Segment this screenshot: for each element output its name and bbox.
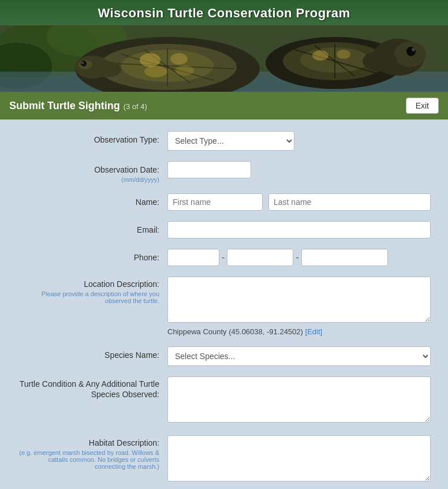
habitat-label-col: Habitat Description: (e.g. emergent mars… bbox=[17, 435, 167, 470]
phone-fields: - - bbox=[167, 249, 431, 266]
firstname-input[interactable] bbox=[167, 193, 263, 211]
svg-point-28 bbox=[312, 50, 328, 61]
svg-point-33 bbox=[412, 48, 415, 51]
location-label-col: Location Description: Please provide a d… bbox=[17, 277, 167, 304]
location-row: Location Description: Please provide a d… bbox=[17, 277, 431, 336]
habitat-field-col bbox=[167, 435, 431, 484]
svg-point-34 bbox=[363, 51, 397, 72]
observation-type-field-col: Select Type... Visual Sighting Road Mort… bbox=[167, 131, 431, 151]
habitat-label: Habitat Description: bbox=[89, 438, 159, 447]
subheader-title: Submit Turtle Sighting bbox=[9, 100, 120, 112]
location-info: Chippewa County (45.06038, -91.24502) [E… bbox=[167, 327, 431, 336]
observation-type-row: Observation Type: Select Type... Visual … bbox=[17, 131, 431, 151]
location-label-sub: Please provide a description of where yo… bbox=[17, 290, 159, 304]
condition-textarea[interactable] bbox=[167, 376, 431, 423]
habitat-label-sub: (e.g. emergent marsh bisected by road. W… bbox=[17, 449, 159, 470]
phone-part3-input[interactable] bbox=[301, 249, 388, 266]
svg-point-32 bbox=[406, 47, 416, 56]
phone-part2-input[interactable] bbox=[227, 249, 293, 266]
phone-field-col: - - bbox=[167, 249, 431, 266]
email-field-col bbox=[167, 221, 431, 238]
name-field-col bbox=[167, 193, 431, 211]
svg-point-29 bbox=[337, 50, 350, 59]
observation-date-label-col: Observation Date: (mm/dd/yyyy) bbox=[17, 161, 167, 183]
subheader: Submit Turtle Sighting (3 of 4) Exit bbox=[0, 92, 448, 120]
form-area: Observation Type: Select Type... Visual … bbox=[0, 120, 448, 489]
observation-type-label-col: Observation Type: bbox=[17, 131, 167, 145]
email-label: Email: bbox=[137, 225, 159, 234]
location-coords: Chippewa County (45.06038, -91.24502) bbox=[167, 327, 303, 336]
hero-image bbox=[0, 25, 448, 92]
svg-point-14 bbox=[170, 53, 188, 65]
species-field-col: Select Species... Blanding's Turtle Pain… bbox=[167, 346, 431, 366]
habitat-row: Habitat Description: (e.g. emergent mars… bbox=[17, 435, 431, 484]
location-edit-link[interactable]: [Edit] bbox=[305, 327, 323, 336]
exit-button[interactable]: Exit bbox=[406, 98, 439, 114]
observation-type-select[interactable]: Select Type... Visual Sighting Road Mort… bbox=[167, 131, 294, 151]
species-label-col: Species Name: bbox=[17, 346, 167, 360]
phone-part1-input[interactable] bbox=[167, 249, 219, 266]
location-field-col: Chippewa County (45.06038, -91.24502) [E… bbox=[167, 277, 431, 336]
observation-date-label: Observation Date: bbox=[94, 165, 159, 174]
subheader-step: (3 of 4) bbox=[124, 102, 147, 111]
name-row: Name: bbox=[17, 193, 431, 211]
name-label: Name: bbox=[136, 197, 159, 207]
observation-date-row: Observation Date: (mm/dd/yyyy) bbox=[17, 161, 431, 183]
habitat-textarea[interactable] bbox=[167, 435, 431, 481]
phone-label-col: Phone: bbox=[17, 249, 167, 263]
name-label-col: Name: bbox=[17, 193, 167, 207]
svg-point-15 bbox=[144, 66, 167, 77]
species-label: Species Name: bbox=[104, 350, 159, 360]
species-select[interactable]: Select Species... Blanding's Turtle Pain… bbox=[167, 346, 431, 366]
condition-field-col bbox=[167, 376, 431, 425]
email-input[interactable] bbox=[167, 221, 431, 238]
observation-type-label: Observation Type: bbox=[94, 135, 159, 144]
email-row: Email: bbox=[17, 221, 431, 238]
observation-date-field-col bbox=[167, 161, 431, 178]
svg-point-20 bbox=[81, 62, 84, 64]
condition-label-col: Turtle Condition & Any Additional Turtle… bbox=[17, 376, 167, 400]
app-title: Wisconsin Turtle Conservation Program bbox=[0, 6, 448, 21]
email-label-col: Email: bbox=[17, 221, 167, 235]
header-bar: Wisconsin Turtle Conservation Program bbox=[0, 0, 448, 25]
location-textarea[interactable] bbox=[167, 277, 431, 323]
subheader-left: Submit Turtle Sighting (3 of 4) bbox=[9, 100, 147, 112]
phone-dash-2: - bbox=[296, 252, 298, 263]
name-fields bbox=[167, 193, 431, 211]
svg-point-21 bbox=[92, 61, 121, 77]
condition-label: Turtle Condition & Any Additional Turtle… bbox=[20, 379, 159, 399]
location-label: Location Description: bbox=[84, 279, 159, 289]
phone-row: Phone: - - bbox=[17, 249, 431, 266]
condition-row: Turtle Condition & Any Additional Turtle… bbox=[17, 376, 431, 425]
phone-dash-1: - bbox=[222, 252, 225, 263]
observation-date-sub: (mm/dd/yyyy) bbox=[17, 176, 159, 183]
lastname-input[interactable] bbox=[268, 193, 431, 211]
svg-point-13 bbox=[140, 53, 160, 67]
phone-label: Phone: bbox=[134, 253, 159, 262]
species-row: Species Name: Select Species... Blanding… bbox=[17, 346, 431, 366]
observation-date-input[interactable] bbox=[167, 161, 251, 178]
svg-point-16 bbox=[176, 65, 194, 76]
